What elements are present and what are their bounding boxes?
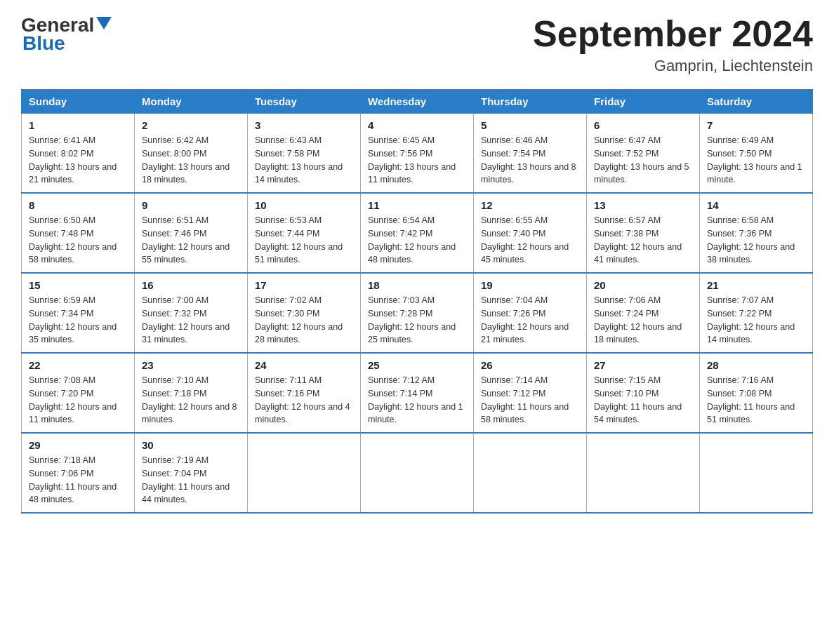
- day-info: Sunrise: 6:41 AMSunset: 8:02 PMDaylight:…: [29, 134, 127, 187]
- day-info: Sunrise: 6:49 AMSunset: 7:50 PMDaylight:…: [707, 134, 805, 187]
- day-number: 22: [29, 359, 127, 371]
- calendar-cell: 3Sunrise: 6:43 AMSunset: 7:58 PMDaylight…: [248, 114, 361, 194]
- day-info: Sunrise: 7:07 AMSunset: 7:22 PMDaylight:…: [707, 294, 805, 347]
- calendar-cell: 7Sunrise: 6:49 AMSunset: 7:50 PMDaylight…: [700, 114, 813, 194]
- day-info: Sunrise: 6:50 AMSunset: 7:48 PMDaylight:…: [29, 214, 127, 267]
- day-info: Sunrise: 7:18 AMSunset: 7:06 PMDaylight:…: [29, 454, 127, 507]
- day-info: Sunrise: 6:55 AMSunset: 7:40 PMDaylight:…: [481, 214, 579, 267]
- calendar-cell: 29Sunrise: 7:18 AMSunset: 7:06 PMDayligh…: [22, 433, 135, 513]
- calendar-cell: 4Sunrise: 6:45 AMSunset: 7:56 PMDaylight…: [361, 114, 474, 194]
- calendar-cell: 9Sunrise: 6:51 AMSunset: 7:46 PMDaylight…: [135, 193, 248, 273]
- day-number: 4: [368, 119, 466, 131]
- calendar-week-4: 22Sunrise: 7:08 AMSunset: 7:20 PMDayligh…: [22, 353, 813, 433]
- day-number: 19: [481, 279, 579, 291]
- day-info: Sunrise: 7:16 AMSunset: 7:08 PMDaylight:…: [707, 374, 805, 427]
- day-number: 2: [142, 119, 240, 131]
- calendar-table: SundayMondayTuesdayWednesdayThursdayFrid…: [21, 89, 813, 514]
- weekday-header-friday: Friday: [587, 90, 700, 114]
- day-info: Sunrise: 6:58 AMSunset: 7:36 PMDaylight:…: [707, 214, 805, 267]
- title-area: September 2024 Gamprin, Liechtenstein: [533, 14, 813, 75]
- calendar-cell: [474, 433, 587, 513]
- calendar-cell: 8Sunrise: 6:50 AMSunset: 7:48 PMDaylight…: [22, 193, 135, 273]
- day-info: Sunrise: 7:19 AMSunset: 7:04 PMDaylight:…: [142, 454, 240, 507]
- calendar-cell: [361, 433, 474, 513]
- calendar-cell: 19Sunrise: 7:04 AMSunset: 7:26 PMDayligh…: [474, 273, 587, 353]
- calendar-week-5: 29Sunrise: 7:18 AMSunset: 7:06 PMDayligh…: [22, 433, 813, 513]
- weekday-header-row: SundayMondayTuesdayWednesdayThursdayFrid…: [22, 90, 813, 114]
- location-text: Gamprin, Liechtenstein: [533, 57, 813, 75]
- day-number: 20: [594, 279, 692, 291]
- day-info: Sunrise: 6:54 AMSunset: 7:42 PMDaylight:…: [368, 214, 466, 267]
- day-number: 25: [368, 359, 466, 371]
- calendar-cell: 27Sunrise: 7:15 AMSunset: 7:10 PMDayligh…: [587, 353, 700, 433]
- day-number: 17: [255, 279, 353, 291]
- day-info: Sunrise: 6:51 AMSunset: 7:46 PMDaylight:…: [142, 214, 240, 267]
- weekday-header-thursday: Thursday: [474, 90, 587, 114]
- day-number: 23: [142, 359, 240, 371]
- calendar-cell: [587, 433, 700, 513]
- day-number: 6: [594, 119, 692, 131]
- day-number: 21: [707, 279, 805, 291]
- day-number: 24: [255, 359, 353, 371]
- calendar-cell: 17Sunrise: 7:02 AMSunset: 7:30 PMDayligh…: [248, 273, 361, 353]
- calendar-cell: 10Sunrise: 6:53 AMSunset: 7:44 PMDayligh…: [248, 193, 361, 273]
- day-info: Sunrise: 6:47 AMSunset: 7:52 PMDaylight:…: [594, 134, 692, 187]
- weekday-header-wednesday: Wednesday: [361, 90, 474, 114]
- calendar-cell: 14Sunrise: 6:58 AMSunset: 7:36 PMDayligh…: [700, 193, 813, 273]
- calendar-week-1: 1Sunrise: 6:41 AMSunset: 8:02 PMDaylight…: [22, 114, 813, 194]
- day-number: 3: [255, 119, 353, 131]
- logo-triangle-icon: [96, 17, 112, 32]
- day-info: Sunrise: 6:42 AMSunset: 8:00 PMDaylight:…: [142, 134, 240, 187]
- day-number: 26: [481, 359, 579, 371]
- day-number: 16: [142, 279, 240, 291]
- calendar-cell: 13Sunrise: 6:57 AMSunset: 7:38 PMDayligh…: [587, 193, 700, 273]
- calendar-cell: 23Sunrise: 7:10 AMSunset: 7:18 PMDayligh…: [135, 353, 248, 433]
- day-info: Sunrise: 7:14 AMSunset: 7:12 PMDaylight:…: [481, 374, 579, 427]
- calendar-cell: 11Sunrise: 6:54 AMSunset: 7:42 PMDayligh…: [361, 193, 474, 273]
- calendar-cell: [700, 433, 813, 513]
- day-info: Sunrise: 7:12 AMSunset: 7:14 PMDaylight:…: [368, 374, 466, 427]
- calendar-cell: 30Sunrise: 7:19 AMSunset: 7:04 PMDayligh…: [135, 433, 248, 513]
- logo: General Blue: [21, 14, 112, 55]
- svg-marker-0: [96, 17, 112, 29]
- day-info: Sunrise: 7:02 AMSunset: 7:30 PMDaylight:…: [255, 294, 353, 347]
- calendar-cell: 24Sunrise: 7:11 AMSunset: 7:16 PMDayligh…: [248, 353, 361, 433]
- logo-blue-text: Blue: [22, 32, 65, 55]
- calendar-week-3: 15Sunrise: 6:59 AMSunset: 7:34 PMDayligh…: [22, 273, 813, 353]
- day-info: Sunrise: 7:04 AMSunset: 7:26 PMDaylight:…: [481, 294, 579, 347]
- calendar-cell: 16Sunrise: 7:00 AMSunset: 7:32 PMDayligh…: [135, 273, 248, 353]
- day-number: 10: [255, 199, 353, 211]
- month-title: September 2024: [533, 14, 813, 54]
- calendar-cell: 28Sunrise: 7:16 AMSunset: 7:08 PMDayligh…: [700, 353, 813, 433]
- day-info: Sunrise: 7:06 AMSunset: 7:24 PMDaylight:…: [594, 294, 692, 347]
- day-info: Sunrise: 7:11 AMSunset: 7:16 PMDaylight:…: [255, 374, 353, 427]
- day-number: 9: [142, 199, 240, 211]
- day-info: Sunrise: 6:46 AMSunset: 7:54 PMDaylight:…: [481, 134, 579, 187]
- day-info: Sunrise: 6:59 AMSunset: 7:34 PMDaylight:…: [29, 294, 127, 347]
- day-info: Sunrise: 6:45 AMSunset: 7:56 PMDaylight:…: [368, 134, 466, 187]
- day-info: Sunrise: 6:53 AMSunset: 7:44 PMDaylight:…: [255, 214, 353, 267]
- calendar-week-2: 8Sunrise: 6:50 AMSunset: 7:48 PMDaylight…: [22, 193, 813, 273]
- weekday-header-monday: Monday: [135, 90, 248, 114]
- day-info: Sunrise: 7:10 AMSunset: 7:18 PMDaylight:…: [142, 374, 240, 427]
- day-info: Sunrise: 6:57 AMSunset: 7:38 PMDaylight:…: [594, 214, 692, 267]
- calendar-cell: 26Sunrise: 7:14 AMSunset: 7:12 PMDayligh…: [474, 353, 587, 433]
- calendar-cell: 20Sunrise: 7:06 AMSunset: 7:24 PMDayligh…: [587, 273, 700, 353]
- header: General Blue September 2024 Gamprin, Lie…: [21, 14, 813, 75]
- day-number: 27: [594, 359, 692, 371]
- day-number: 7: [707, 119, 805, 131]
- day-number: 11: [368, 199, 466, 211]
- day-number: 14: [707, 199, 805, 211]
- day-number: 13: [594, 199, 692, 211]
- calendar-cell: 12Sunrise: 6:55 AMSunset: 7:40 PMDayligh…: [474, 193, 587, 273]
- calendar-cell: 1Sunrise: 6:41 AMSunset: 8:02 PMDaylight…: [22, 114, 135, 194]
- calendar-cell: [248, 433, 361, 513]
- calendar-cell: 21Sunrise: 7:07 AMSunset: 7:22 PMDayligh…: [700, 273, 813, 353]
- day-number: 18: [368, 279, 466, 291]
- day-number: 29: [29, 439, 127, 451]
- calendar-cell: 2Sunrise: 6:42 AMSunset: 8:00 PMDaylight…: [135, 114, 248, 194]
- weekday-header-tuesday: Tuesday: [248, 90, 361, 114]
- day-number: 1: [29, 119, 127, 131]
- day-number: 15: [29, 279, 127, 291]
- calendar-cell: 18Sunrise: 7:03 AMSunset: 7:28 PMDayligh…: [361, 273, 474, 353]
